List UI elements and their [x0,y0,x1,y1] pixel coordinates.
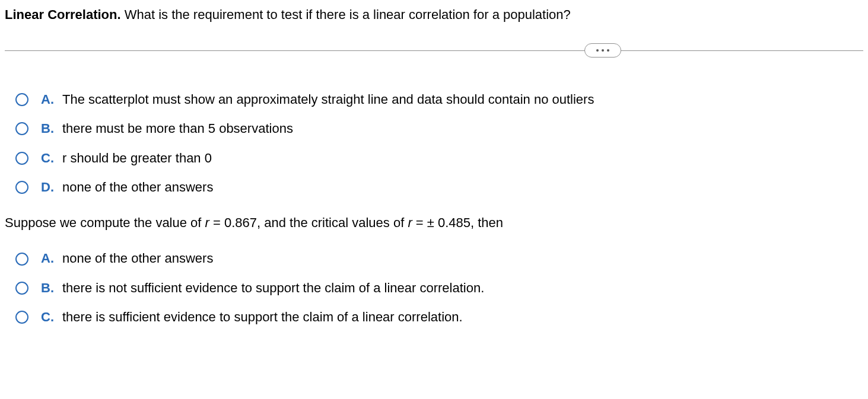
option-text: r should be greater than 0 [62,151,212,166]
option-letter: D. [41,180,54,195]
option-d: D. none of the other answers [15,180,863,195]
option2-b: B. there is not sufficient evidence to s… [15,280,863,296]
radio2-c[interactable] [15,311,28,324]
option-letter: B. [41,121,54,136]
option-c: C. r should be greater than 0 [15,151,863,166]
radio-c[interactable] [15,152,28,165]
title-rest: What is the requirement to test if there… [121,7,571,22]
option-letter: C. [41,151,54,166]
radio2-a[interactable] [15,253,28,266]
option-letter: A. [41,92,54,107]
subquestion-text: Suppose we compute the value of r = 0.86… [5,215,863,231]
subq-r1: r [205,215,209,230]
question-header: Linear Correlation. What is the requirem… [5,6,863,24]
option-text: The scatterplot must show an approximate… [62,92,594,107]
option-a: A. The scatterplot must show an approxim… [15,92,863,107]
question1-options: A. The scatterplot must show an approxim… [5,92,863,196]
subq-eq2: = ± 0.485, then [412,215,503,230]
radio-d[interactable] [15,181,28,194]
option-text: there must be more than 5 observations [62,121,293,136]
radio-a[interactable] [15,93,28,106]
subq-eq1: = 0.867, and the critical values of [209,215,408,230]
option-text: none of the other answers [62,251,213,266]
subq-r2: r [408,215,412,230]
option-letter: B. [41,280,54,296]
option2-a: A. none of the other answers [15,251,863,266]
page-root: Linear Correlation. What is the requirem… [0,0,868,345]
option-text: there is sufficient evidence to support … [62,309,463,325]
option-letter: C. [41,309,54,325]
ellipsis-icon [607,49,609,52]
ellipsis-icon [596,49,599,52]
option-text: there is not sufficient evidence to supp… [62,280,484,296]
radio-b[interactable] [15,122,28,135]
option-text: none of the other answers [62,180,213,195]
option-letter: A. [41,251,54,266]
option2-c: C. there is sufficient evidence to suppo… [15,309,863,325]
more-options-button[interactable] [584,43,621,58]
radio2-b[interactable] [15,282,28,295]
option-b: B. there must be more than 5 observation… [15,121,863,136]
question2-options: A. none of the other answers B. there is… [5,251,863,325]
divider-line [5,50,863,51]
divider [5,42,863,59]
ellipsis-icon [602,49,604,52]
title-bold: Linear Correlation. [5,7,121,22]
subq-prefix: Suppose we compute the value of [5,215,205,230]
